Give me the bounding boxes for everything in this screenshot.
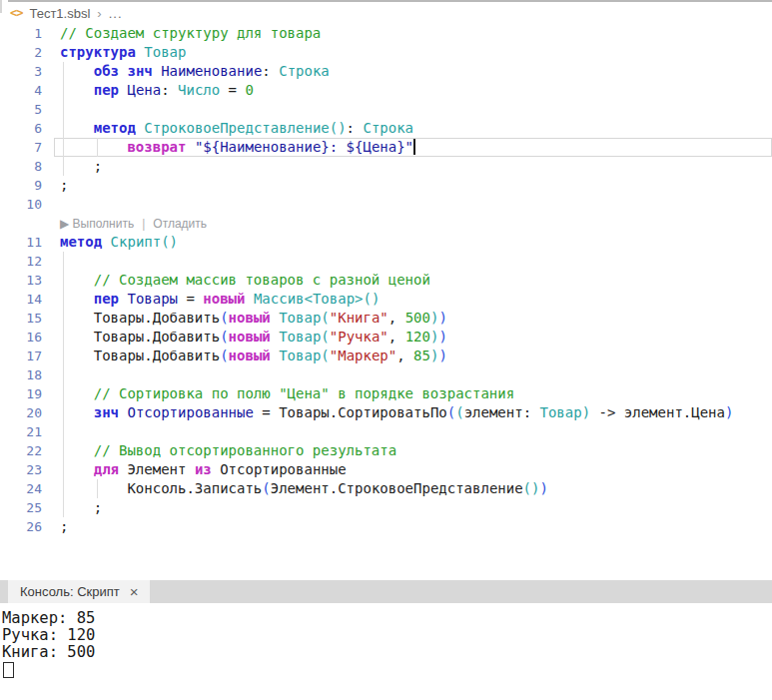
- line-number[interactable]: 18: [0, 365, 42, 384]
- code-token: [60, 291, 94, 307]
- code-line: 8 ;: [0, 157, 772, 176]
- code-line-content[interactable]: для Элемент из Отсортированные: [54, 460, 772, 479]
- code-token: (): [161, 234, 178, 250]
- line-number[interactable]: 9: [0, 176, 42, 195]
- line-number[interactable]: 12: [0, 252, 42, 271]
- code-token: ;: [60, 518, 68, 534]
- code-line-content[interactable]: ;: [54, 517, 772, 536]
- code-line-content[interactable]: метод Скрипт(): [54, 233, 772, 252]
- line-number[interactable]: 22: [0, 441, 42, 460]
- code-line-content[interactable]: Товары.Добавить(новый Товар("Ручка", 120…: [54, 328, 772, 347]
- code-line: 21: [0, 422, 772, 441]
- line-number[interactable]: 17: [0, 347, 42, 365]
- code-line: 5: [0, 100, 772, 119]
- code-token: :: [347, 120, 364, 136]
- code-token: новый: [229, 329, 271, 345]
- breadcrumb: <> Тест1.sbsl › ...: [0, 2, 772, 24]
- code-token: новый: [229, 348, 271, 363]
- line-number[interactable]: 16: [0, 328, 42, 347]
- code-line-content[interactable]: ;: [54, 176, 772, 195]
- line-number[interactable]: 10: [0, 195, 42, 214]
- code-line-content[interactable]: // Создаем структуру для товара: [54, 24, 772, 43]
- line-number[interactable]: 13: [0, 271, 42, 290]
- code-line-content[interactable]: Товары.Добавить(новый Товар("Маркер", 85…: [54, 347, 772, 365]
- code-token: пер: [94, 82, 119, 98]
- console-tab[interactable]: Консоль: Скрипт ×: [8, 580, 150, 603]
- code-line-content[interactable]: [54, 365, 772, 384]
- code-line-content[interactable]: [54, 195, 772, 214]
- code-token: // Создаем структуру для товара: [60, 25, 321, 41]
- code-token: Число: [178, 82, 220, 98]
- debug-codelens-button[interactable]: Отладить: [153, 217, 207, 231]
- code-line-content[interactable]: возврат "${Наименование}: ${Цена}": [54, 138, 772, 157]
- code-token: [60, 139, 127, 155]
- code-line-content[interactable]: ;: [54, 157, 772, 176]
- file-type-icon: <>: [10, 6, 22, 20]
- code-line: 26;: [0, 517, 772, 536]
- line-number[interactable]: 11: [0, 233, 42, 252]
- line-number[interactable]: 19: [0, 384, 42, 403]
- code-token: (: [321, 329, 329, 345]
- code-line-content[interactable]: Товары.Добавить(новый Товар("Книга", 500…: [54, 309, 772, 328]
- code-token: ,: [388, 310, 405, 326]
- code-token: ;: [60, 499, 102, 515]
- line-number[interactable]: 1: [0, 24, 42, 43]
- code-line-content[interactable]: структура Товар: [54, 43, 772, 62]
- code-line: 23 для Элемент из Отсортированные: [0, 460, 772, 479]
- line-number[interactable]: 2: [0, 43, 42, 62]
- code-token: возврат: [127, 139, 186, 155]
- breadcrumb-more[interactable]: ...: [109, 6, 123, 21]
- close-icon[interactable]: ×: [130, 584, 139, 599]
- code-token: [271, 348, 279, 363]
- line-number[interactable]: 14: [0, 290, 42, 309]
- code-line-content[interactable]: пер Цена: Число = 0: [54, 81, 772, 100]
- code-token: Скрипт: [111, 234, 162, 250]
- code-token: ,: [396, 348, 413, 363]
- line-number[interactable]: 24: [0, 479, 42, 498]
- code-token: Товары.Добавить: [94, 348, 220, 363]
- line-number[interactable]: 8: [0, 157, 42, 176]
- code-line-content[interactable]: [54, 252, 772, 271]
- line-number[interactable]: 4: [0, 81, 42, 100]
- code-token: ): [539, 480, 547, 496]
- breadcrumb-file[interactable]: Тест1.sbsl: [29, 6, 90, 21]
- code-line: 14 пер Товары = новый Массив<Товар>(): [0, 290, 772, 309]
- code-line: 7 возврат "${Наименование}: ${Цена}": [0, 138, 772, 157]
- code-token: [60, 442, 94, 458]
- line-number[interactable]: 5: [0, 100, 42, 119]
- code-line-content[interactable]: Консоль.Записать(Элемент.СтроковоеПредст…: [54, 479, 772, 498]
- code-token: Товар: [279, 329, 321, 345]
- line-number[interactable]: 23: [0, 460, 42, 479]
- code-line: 11метод Скрипт(): [0, 233, 772, 252]
- code-line-content[interactable]: пер Товары = новый Массив<Товар>(): [54, 290, 772, 309]
- code-line-content[interactable]: [54, 100, 772, 119]
- code-token: "${Наименование}: ${Цена}": [195, 139, 413, 155]
- line-number[interactable]: 21: [0, 422, 42, 441]
- code-line: 25 ;: [0, 498, 772, 517]
- line-number[interactable]: 7: [0, 138, 42, 157]
- line-number[interactable]: 15: [0, 309, 42, 328]
- run-codelens-button[interactable]: ▶ Выполнить: [60, 217, 134, 231]
- code-token: =: [220, 82, 245, 98]
- code-line: 6 метод СтроковоеПредставление(): Строка: [0, 119, 772, 138]
- line-number[interactable]: 25: [0, 498, 42, 517]
- line-number[interactable]: 6: [0, 119, 42, 138]
- code-line-content[interactable]: метод СтроковоеПредставление(): Строка: [54, 119, 772, 138]
- code-token: // Создаем массив товаров с разной ценой: [94, 272, 430, 288]
- chevron-right-icon: ›: [97, 6, 101, 21]
- code-line-content[interactable]: ;: [54, 498, 772, 517]
- code-line-content[interactable]: // Вывод отсортированного результата: [54, 441, 772, 460]
- code-editor[interactable]: 1// Создаем структуру для товара2структу…: [0, 24, 772, 536]
- code-token: (): [523, 480, 540, 496]
- code-line-content[interactable]: // Создаем массив товаров с разной ценой: [54, 271, 772, 290]
- code-line-content[interactable]: [54, 422, 772, 441]
- console-panel: Консоль: Скрипт × Маркер: 85Ручка: 120Кн…: [0, 580, 772, 700]
- line-number[interactable]: 20: [0, 403, 42, 422]
- code-line-content[interactable]: обз знч Наименование: Строка: [54, 62, 772, 81]
- line-number[interactable]: 26: [0, 517, 42, 536]
- terminal-cursor: [3, 662, 14, 678]
- code-line-content[interactable]: знч Отсортированные = Товары.Сортировать…: [54, 403, 772, 422]
- console-output[interactable]: Маркер: 85Ручка: 120Книга: 500: [0, 603, 772, 678]
- line-number[interactable]: 3: [0, 62, 42, 81]
- code-line-content[interactable]: // Сортировка по полю "Цена" в порядке в…: [54, 384, 772, 403]
